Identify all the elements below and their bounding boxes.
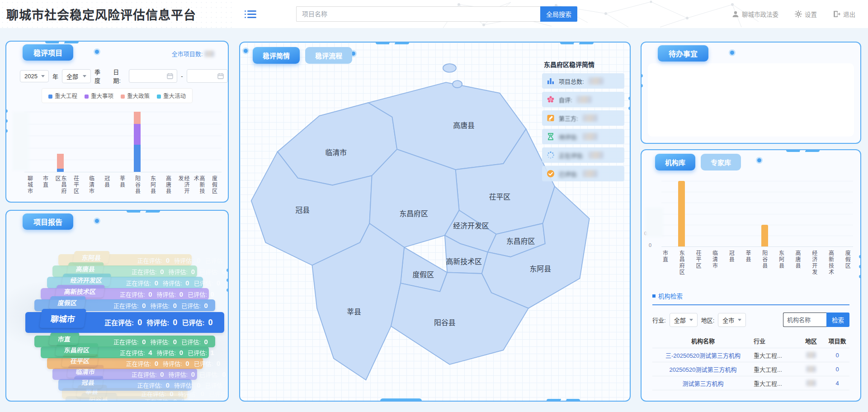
org-search-button[interactable]: 检索 xyxy=(826,313,849,327)
legend-swatch xyxy=(85,95,89,99)
quarter-select[interactable]: 全部 xyxy=(62,69,91,83)
district-enclave[interactable] xyxy=(443,64,456,72)
org-name-link[interactable]: 测试第三方机构 xyxy=(652,379,754,388)
district-label: 阳谷县 xyxy=(434,319,456,327)
border-decoration xyxy=(376,42,409,44)
panel-title-badge: 稳评项目 xyxy=(23,44,73,61)
chart-bar[interactable] xyxy=(57,154,64,169)
legend-item[interactable]: 重大事项 xyxy=(85,91,113,100)
region-chip: 聊城市 xyxy=(39,309,86,328)
edge-dot xyxy=(226,289,229,292)
user-name: 聊城市政法委 xyxy=(742,9,778,19)
summary-label: 项目总数: xyxy=(559,77,584,85)
obscured-value xyxy=(806,352,816,358)
org-search-label[interactable]: 机构检索 xyxy=(658,291,683,300)
tab-expert-library[interactable]: 专家库 xyxy=(701,154,741,170)
gridline xyxy=(24,160,222,160)
calendar-icon xyxy=(217,73,224,79)
logout-icon xyxy=(833,10,840,18)
quarter-value: 全部 xyxy=(66,72,78,81)
district-label: 莘县 xyxy=(347,308,361,316)
date-end-input[interactable] xyxy=(187,69,228,83)
obscured-value xyxy=(582,170,598,177)
x-axis-label: 莘县 xyxy=(745,250,750,263)
chart-bar[interactable] xyxy=(761,225,768,246)
district-summary-box: 东昌府区稳评简情 项目总数: 自评: 第三方: 待评估: xyxy=(542,60,624,185)
report-card[interactable]: 市直正在评估: 0待评估: 0已评估: 0 xyxy=(34,336,215,347)
chart-bar[interactable] xyxy=(134,145,141,172)
table-header-row: 机构名称行业地区项目数 xyxy=(652,334,849,348)
table-header-cell: 项目数 xyxy=(825,336,849,345)
edge-dot xyxy=(859,255,861,258)
org-name-link[interactable]: 三-20250520测试第三方机构 xyxy=(652,351,754,360)
table-row[interactable]: 测试第三方机构重大工程...4 xyxy=(652,376,849,390)
global-search: 全局搜索 xyxy=(296,6,577,22)
org-search-title: 机构检索 xyxy=(652,291,849,300)
org-region xyxy=(797,352,825,359)
menu-icon[interactable] xyxy=(245,9,256,19)
search-input[interactable] xyxy=(296,6,540,22)
region-select[interactable]: 全市 xyxy=(718,313,746,327)
logout-label: 退出 xyxy=(843,9,855,19)
legend-item[interactable]: 重大政策 xyxy=(121,91,150,100)
user-menu[interactable]: 聊城市政法委 xyxy=(732,9,778,19)
org-name-link[interactable]: 20250520测试第三方机构 xyxy=(652,365,754,374)
district-label: 高唐县 xyxy=(453,122,475,129)
legend-item[interactable]: 重大工程 xyxy=(48,91,77,100)
chart-bar[interactable] xyxy=(678,181,685,246)
table-row[interactable]: 三-20250520测试第三方机构重大工程...0 xyxy=(652,348,849,362)
border-decoration xyxy=(127,210,160,213)
report-card[interactable]: 临清市正在评估: 0待评估: 0已评估: 0 xyxy=(52,368,197,380)
hourglass-icon xyxy=(547,133,555,141)
badge-dot xyxy=(244,49,248,53)
report-card-stack: 东阿县正在评估: 0待评估: 0已评估: 0高唐县正在评估: 0待评估: 0已评… xyxy=(6,211,228,401)
region-value: 全市 xyxy=(722,316,734,324)
tab-stability-process[interactable]: 稳评流程 xyxy=(305,47,352,64)
summary-row: 待评估: xyxy=(542,129,624,144)
panel-todo: 待办事宜 xyxy=(641,42,861,144)
x-axis-label: 市直 xyxy=(662,250,668,263)
settings-button[interactable]: 设置 xyxy=(795,9,817,19)
panel-stability-projects: 稳评项目 全市项目数: 2025 年 全部 季度 日期: - xyxy=(5,41,229,203)
year-select[interactable]: 2025 xyxy=(20,70,49,82)
org-chart: 0.0市直东昌府区茌平区临清市冠县莘县阳谷县东阿县高唐县经济开发高新技术度假区 xyxy=(642,177,861,286)
gridline xyxy=(661,203,853,203)
legend-item[interactable]: 重大活动 xyxy=(157,91,186,100)
logout-button[interactable]: 退出 xyxy=(833,9,855,19)
industry-select[interactable]: 全部 xyxy=(670,313,698,327)
badge-dot xyxy=(95,50,99,54)
x-axis-label: 度假区 xyxy=(844,250,850,269)
table-header-cell: 机构名称 xyxy=(652,336,754,345)
legend-label: 重大政策 xyxy=(127,93,150,99)
obscured-value xyxy=(806,380,816,386)
summary-row: 第三方: xyxy=(542,110,624,126)
global-search-button[interactable]: 全局搜索 xyxy=(540,6,577,22)
report-card[interactable]: 东昌府区正在评估: 4待评估: 0已评估: 1 xyxy=(41,346,209,358)
x-axis-label: 高新技术 xyxy=(828,250,834,275)
org-name-input[interactable] xyxy=(783,313,826,327)
tab-stability-summary[interactable]: 稳评简情 xyxy=(253,47,300,64)
x-axis-label: 经济开发 xyxy=(811,250,817,275)
obscured-value xyxy=(582,114,598,122)
district-enclave[interactable] xyxy=(453,81,462,88)
chevron-down-icon xyxy=(738,319,741,321)
x-axis-label: 阳谷县 xyxy=(761,250,767,269)
table-row[interactable]: 20250520测试第三方机构重大工程...0 xyxy=(652,362,849,376)
year-value: 2025 xyxy=(24,73,38,80)
edge-dot xyxy=(628,97,631,100)
report-card[interactable]: 聊城市正在评估: 0待评估: 0已评估: 0 xyxy=(25,312,224,333)
date-label: 日期: xyxy=(113,67,125,85)
tab-organization-library[interactable]: 机构库 xyxy=(655,154,695,170)
date-start-input[interactable] xyxy=(129,69,177,83)
report-card[interactable]: 冠县正在评估: 0待评估: 0已评估: 0 xyxy=(58,379,192,391)
report-card[interactable]: 茌平区正在评估: 0待评估: 0已评估: 0 xyxy=(47,357,203,369)
chart-bar[interactable] xyxy=(134,112,141,124)
chart-bar[interactable] xyxy=(134,124,141,145)
edge-dot xyxy=(641,74,643,77)
edge-dot xyxy=(859,275,861,278)
chart-bar[interactable] xyxy=(57,169,64,172)
border-decoration xyxy=(560,42,594,44)
x-axis-label: 冠县 xyxy=(728,250,734,263)
gear-icon xyxy=(795,10,802,18)
gridline xyxy=(661,192,853,192)
